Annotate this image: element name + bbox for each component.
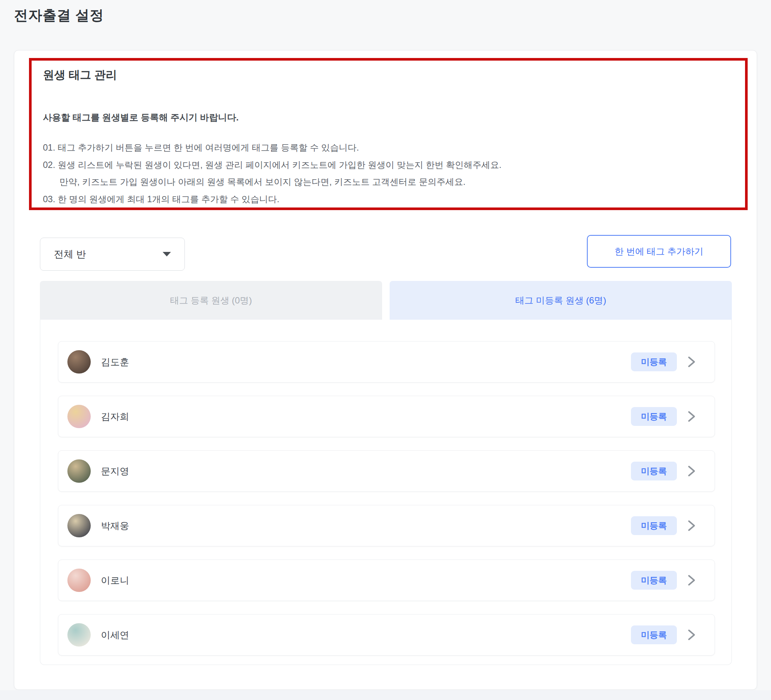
student-row[interactable]: 김자희 미등록 <box>58 396 715 437</box>
student-row[interactable]: 이세연 미등록 <box>58 614 715 656</box>
student-name: 박재웅 <box>101 519 129 532</box>
page-background-strip <box>0 690 771 700</box>
settings-card: 원생 태그 관리 사용할 태그를 원생별로 등록해 주시기 바랍니다. 01. … <box>14 50 757 690</box>
notice-line-3: 03. 한 명의 원생에게 최대 1개의 태그를 추가할 수 있습니다. <box>43 191 734 208</box>
notice-intro: 사용할 태그를 원생별로 등록해 주시기 바랍니다. <box>43 111 734 124</box>
student-tag-notice-box: 원생 태그 관리 사용할 태그를 원생별로 등록해 주시기 바랍니다. 01. … <box>29 58 748 210</box>
avatar <box>67 350 91 374</box>
chevron-right-icon[interactable] <box>687 410 696 423</box>
chevron-right-icon[interactable] <box>687 355 696 368</box>
add-tags-button[interactable]: 한 번에 태그 추가하기 <box>587 235 731 268</box>
student-row[interactable]: 이로니 미등록 <box>58 560 715 601</box>
status-badge: 미등록 <box>631 352 677 371</box>
avatar <box>67 459 91 483</box>
chevron-right-icon[interactable] <box>687 628 696 641</box>
status-badge: 미등록 <box>631 516 677 535</box>
student-name: 김자희 <box>101 410 129 423</box>
avatar <box>67 623 91 646</box>
notice-heading: 원생 태그 관리 <box>43 67 734 83</box>
notice-list: 01. 태그 추가하기 버튼을 누르면 한 번에 여러명에게 태그를 등록할 수… <box>43 139 734 208</box>
tab-untagged-students[interactable]: 태그 미등록 원생 (6명) <box>390 281 732 320</box>
chevron-right-icon[interactable] <box>687 465 696 477</box>
notice-line-2-continued: 만약, 키즈노트 가입 원생이나 아래의 원생 목록에서 보이지 않는다면, 키… <box>43 174 734 191</box>
student-name: 문지영 <box>101 465 129 477</box>
chevron-down-icon <box>163 252 171 256</box>
avatar <box>67 514 91 537</box>
notice-line-1: 01. 태그 추가하기 버튼을 누르면 한 번에 여러명에게 태그를 등록할 수… <box>43 139 734 157</box>
student-row[interactable]: 문지영 미등록 <box>58 450 715 492</box>
student-row[interactable]: 박재웅 미등록 <box>58 505 715 546</box>
avatar <box>67 405 91 428</box>
student-row[interactable]: 김도훈 미등록 <box>58 341 715 383</box>
chevron-right-icon[interactable] <box>687 519 696 532</box>
student-name: 이로니 <box>101 574 129 587</box>
student-list: 김도훈 미등록 김자희 미등록 문지영 미등록 <box>40 320 732 665</box>
class-filter-dropdown[interactable]: 전체 반 <box>40 238 185 271</box>
student-name: 이세연 <box>101 629 129 641</box>
status-badge: 미등록 <box>631 462 677 480</box>
status-badge: 미등록 <box>631 625 677 644</box>
tab-tagged-students[interactable]: 태그 등록 원생 (0명) <box>40 281 382 320</box>
page-title: 전자출결 설정 <box>14 6 104 25</box>
student-name: 김도훈 <box>101 356 129 368</box>
class-filter-value: 전체 반 <box>54 248 86 261</box>
avatar <box>67 568 91 592</box>
tab-bar: 태그 등록 원생 (0명) 태그 미등록 원생 (6명) <box>40 281 732 320</box>
chevron-right-icon[interactable] <box>687 574 696 587</box>
status-badge: 미등록 <box>631 407 677 426</box>
status-badge: 미등록 <box>631 571 677 590</box>
toolbar: 전체 반 한 번에 태그 추가하기 <box>14 238 757 271</box>
notice-line-2: 02. 원생 리스트에 누락된 원생이 있다면, 원생 관리 페이지에서 키즈노… <box>43 157 734 174</box>
